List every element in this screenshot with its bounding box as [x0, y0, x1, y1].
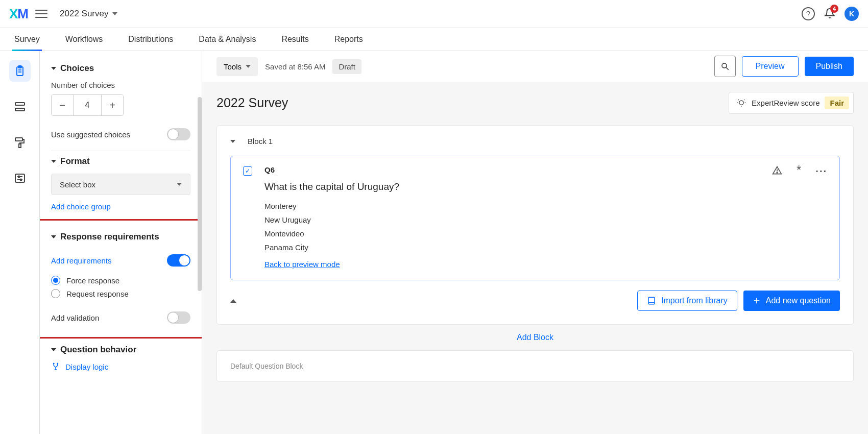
option-3[interactable]: Montevideo	[264, 229, 772, 238]
tab-distributions[interactable]: Distributions	[128, 28, 173, 51]
caret-icon	[51, 348, 56, 351]
add-requirements-link[interactable]: Add requirements	[51, 256, 111, 265]
option-4[interactable]: Panama City	[264, 243, 772, 252]
question-card[interactable]: ✓ Q6 What is the capital of Uruguay? Mon…	[230, 156, 840, 280]
svg-rect-25	[648, 297, 655, 304]
tab-reports[interactable]: Reports	[334, 28, 363, 51]
tab-workflows[interactable]: Workflows	[65, 28, 103, 51]
caret-icon	[51, 235, 56, 238]
num-choices-label: Number of choices	[51, 81, 190, 89]
caret-icon	[51, 67, 56, 70]
left-icon-rail	[0, 51, 40, 434]
svg-point-15	[722, 63, 727, 68]
warning-icon[interactable]	[772, 165, 782, 178]
svg-line-21	[738, 99, 739, 100]
import-from-library-button[interactable]: Import from library	[637, 291, 737, 311]
search-button[interactable]	[714, 56, 736, 77]
search-icon	[720, 62, 730, 71]
radio-request-response[interactable]	[51, 289, 60, 298]
caret-icon	[51, 160, 56, 163]
chevron-down-icon	[246, 65, 251, 68]
main-tabs: Survey Workflows Distributions Data & An…	[0, 28, 868, 51]
add-validation-toggle[interactable]	[167, 311, 190, 324]
rail-flow[interactable]	[9, 96, 31, 117]
svg-point-17	[739, 101, 743, 105]
preview-mode-link[interactable]: Back to preview mode	[264, 260, 340, 269]
notification-badge: 4	[830, 5, 838, 13]
tab-data-analysis[interactable]: Data & Analysis	[199, 28, 256, 51]
add-choice-group-link[interactable]: Add choice group	[51, 202, 111, 211]
notifications-button[interactable]: 4	[824, 8, 835, 20]
svg-rect-5	[15, 108, 25, 111]
flow-icon	[14, 101, 26, 113]
svg-point-10	[18, 176, 19, 178]
add-requirements-toggle[interactable]	[167, 254, 190, 267]
question-text[interactable]: What is the capital of Uruguay?	[264, 181, 772, 192]
score-badge: Fair	[825, 97, 849, 109]
preview-button[interactable]: Preview	[742, 56, 799, 77]
rail-look-feel[interactable]	[9, 132, 31, 153]
question-id: Q6	[264, 165, 772, 174]
svg-point-24	[777, 172, 778, 173]
chevron-down-icon	[112, 12, 117, 15]
sliders-icon	[14, 172, 26, 184]
project-name: 2022 Survey	[60, 9, 108, 19]
menu-icon[interactable]	[35, 8, 47, 20]
use-suggested-label: Use suggested choices	[51, 130, 130, 139]
plus-icon	[753, 297, 761, 305]
radio-force-response[interactable]	[51, 276, 60, 285]
section-response-requirements[interactable]: Response requirements	[51, 232, 190, 242]
format-select[interactable]: Select box	[51, 174, 190, 195]
library-icon	[647, 296, 656, 305]
survey-canvas: Tools Saved at 8:56 AM Draft Preview Pub…	[202, 51, 868, 434]
help-icon[interactable]: ?	[802, 7, 815, 20]
survey-title: 2022 Survey	[216, 95, 288, 110]
response-requirements-highlight: Response requirements Add requirements F…	[40, 219, 202, 339]
project-switcher[interactable]: 2022 Survey	[60, 9, 117, 19]
clipboard-icon	[14, 65, 26, 77]
option-1[interactable]: Monterey	[264, 202, 772, 210]
tab-survey[interactable]: Survey	[14, 28, 40, 51]
section-choices[interactable]: Choices	[51, 63, 190, 74]
choices-minus-button[interactable]: −	[52, 95, 73, 115]
force-response-option[interactable]: Force response	[51, 276, 190, 285]
required-icon[interactable]: *	[797, 165, 801, 178]
svg-rect-7	[19, 144, 21, 148]
choices-count: 4	[73, 95, 102, 115]
svg-rect-4	[15, 103, 25, 105]
default-question-block[interactable]: Default Question Block	[216, 350, 854, 382]
display-logic-link[interactable]: Display logic	[51, 362, 190, 371]
svg-line-16	[726, 67, 729, 70]
block-name[interactable]: Block 1	[248, 137, 273, 146]
saved-text: Saved at 8:56 AM	[265, 62, 325, 71]
svg-rect-8	[15, 174, 25, 182]
add-new-question-button[interactable]: Add new question	[743, 291, 840, 311]
svg-point-13	[54, 363, 55, 364]
tools-dropdown[interactable]: Tools	[216, 57, 258, 76]
section-question-behavior[interactable]: Question behavior	[51, 345, 190, 355]
chevron-down-icon	[177, 183, 182, 186]
publish-button[interactable]: Publish	[805, 57, 854, 76]
branch-icon	[51, 362, 60, 371]
xm-logo[interactable]: XM	[9, 6, 28, 22]
add-validation-label: Add validation	[51, 314, 99, 322]
tab-results[interactable]: Results	[281, 28, 308, 51]
block-collapse-up-icon[interactable]	[230, 299, 236, 303]
expert-review-button[interactable]: ExpertReview score Fair	[729, 92, 854, 114]
use-suggested-toggle[interactable]	[167, 128, 190, 140]
draft-badge: Draft	[332, 59, 361, 74]
choices-plus-button[interactable]: +	[102, 95, 123, 115]
rail-builder[interactable]	[9, 60, 31, 82]
option-2[interactable]: New Uruguay	[264, 215, 772, 224]
block-collapse-icon[interactable]	[230, 140, 235, 143]
choices-stepper: − 4 +	[51, 94, 124, 116]
svg-point-12	[20, 179, 21, 181]
user-avatar[interactable]: K	[845, 7, 859, 21]
request-response-option[interactable]: Request response	[51, 289, 190, 298]
question-checkbox[interactable]: ✓	[243, 166, 252, 176]
section-format[interactable]: Format	[51, 156, 190, 166]
svg-point-14	[57, 363, 58, 364]
add-block-link[interactable]: Add Block	[216, 333, 854, 342]
rail-options[interactable]	[9, 167, 31, 189]
more-options-icon[interactable]: ···	[815, 165, 827, 178]
